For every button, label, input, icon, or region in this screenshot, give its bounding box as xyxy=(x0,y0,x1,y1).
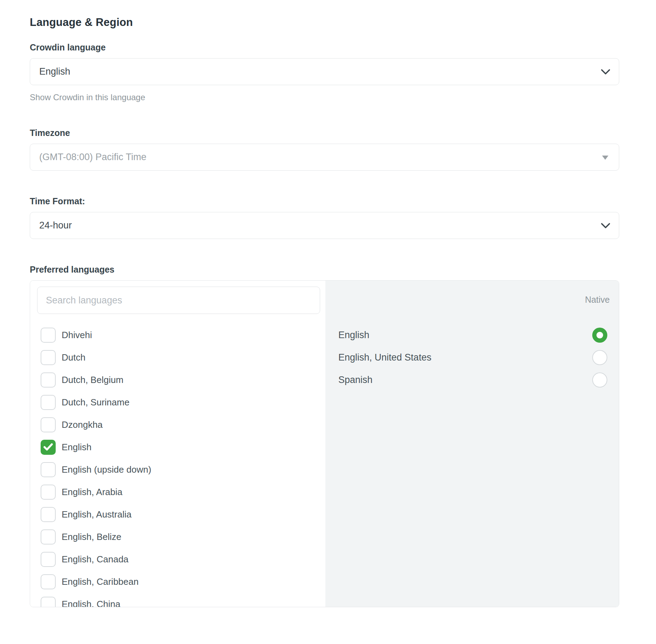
native-language-label: Spanish xyxy=(338,375,373,385)
language-checkbox[interactable] xyxy=(41,574,56,589)
native-radio[interactable] xyxy=(592,350,607,365)
chevron-down-icon xyxy=(601,222,610,228)
language-checkbox[interactable] xyxy=(41,485,56,500)
native-list-item[interactable]: Spanish xyxy=(325,369,619,391)
language-checkbox[interactable] xyxy=(41,552,56,567)
preferred-languages-panel: Dhivehi Dutch xyxy=(30,280,619,607)
language-label: Dzongkha xyxy=(62,419,103,430)
language-list-item[interactable]: English (upside down) xyxy=(30,458,325,481)
crowdin-language-label: Crowdin language xyxy=(30,42,619,53)
language-label: Dutch xyxy=(62,352,85,363)
language-checkbox[interactable] xyxy=(41,372,56,388)
language-label: Dhivehi xyxy=(62,330,92,341)
native-column-header: Native xyxy=(325,281,619,305)
language-search-panel: Dhivehi Dutch xyxy=(30,281,325,607)
native-list-item[interactable]: English, United States xyxy=(325,346,619,369)
language-list-item[interactable]: English, China xyxy=(30,593,325,607)
language-checkbox[interactable] xyxy=(41,417,56,432)
checkmark-icon xyxy=(43,443,53,451)
language-label: English, Belize xyxy=(62,532,122,542)
language-checkbox[interactable] xyxy=(41,440,56,455)
language-list-item[interactable]: Dutch xyxy=(30,346,325,369)
language-label: English (upside down) xyxy=(62,464,151,475)
crowdin-language-help: Show Crowdin in this language xyxy=(30,92,619,102)
language-label: English, Australia xyxy=(62,509,131,520)
crowdin-language-value: English xyxy=(39,66,594,77)
triangle-down-icon xyxy=(602,156,608,160)
language-label: English xyxy=(62,442,91,453)
crowdin-language-select[interactable]: English xyxy=(30,58,619,85)
language-label: English, Arabia xyxy=(62,487,122,498)
language-label: Dutch, Belgium xyxy=(62,375,123,385)
timezone-select[interactable]: (GMT-08:00) Pacific Time xyxy=(30,144,619,171)
language-list-item[interactable]: English xyxy=(30,436,325,458)
settings-page: Language & Region Crowdin language Engli… xyxy=(0,0,656,607)
language-checkbox[interactable] xyxy=(41,395,56,410)
search-languages-input[interactable] xyxy=(37,287,320,314)
native-language-label: English, United States xyxy=(338,352,431,363)
language-checkbox[interactable] xyxy=(41,529,56,544)
language-checkbox[interactable] xyxy=(41,350,56,365)
timezone-value: (GMT-08:00) Pacific Time xyxy=(39,152,594,163)
language-checkbox[interactable] xyxy=(41,462,56,477)
language-list-item[interactable]: English, Belize xyxy=(30,526,325,548)
native-radio[interactable] xyxy=(592,328,607,343)
language-checkbox-list: Dhivehi Dutch xyxy=(30,324,325,607)
language-label: English, Caribbean xyxy=(62,576,139,587)
time-format-select[interactable]: 24-hour xyxy=(30,212,619,239)
language-label: English, China xyxy=(62,599,120,608)
native-language-label: English xyxy=(338,330,370,341)
preferred-languages-label: Preferred languages xyxy=(30,264,619,275)
language-label: Dutch, Suriname xyxy=(62,397,130,408)
time-format-label: Time Format: xyxy=(30,196,619,206)
native-language-panel: Native English English, United States Sp… xyxy=(325,281,619,607)
page-title: Language & Region xyxy=(30,16,619,29)
language-list-item[interactable]: English, Arabia xyxy=(30,481,325,503)
time-format-value: 24-hour xyxy=(39,220,594,231)
language-list-item[interactable]: English, Canada xyxy=(30,548,325,570)
language-list-item[interactable]: Dhivehi xyxy=(30,324,325,346)
language-checkbox[interactable] xyxy=(41,597,56,608)
language-list-item[interactable]: Dzongkha xyxy=(30,413,325,436)
language-list-item[interactable]: Dutch, Belgium xyxy=(30,369,325,391)
language-list-item[interactable]: English, Australia xyxy=(30,503,325,526)
language-list-item[interactable]: English, Caribbean xyxy=(30,570,325,593)
native-list-item[interactable]: English xyxy=(325,324,619,346)
native-radio-list: English English, United States Spanish xyxy=(325,324,619,391)
chevron-down-icon xyxy=(601,69,610,75)
language-checkbox[interactable] xyxy=(41,507,56,522)
timezone-label: Timezone xyxy=(30,128,619,138)
native-radio[interactable] xyxy=(592,372,607,388)
language-label: English, Canada xyxy=(62,554,129,565)
language-checkbox[interactable] xyxy=(41,328,56,343)
language-list-item[interactable]: Dutch, Suriname xyxy=(30,391,325,413)
